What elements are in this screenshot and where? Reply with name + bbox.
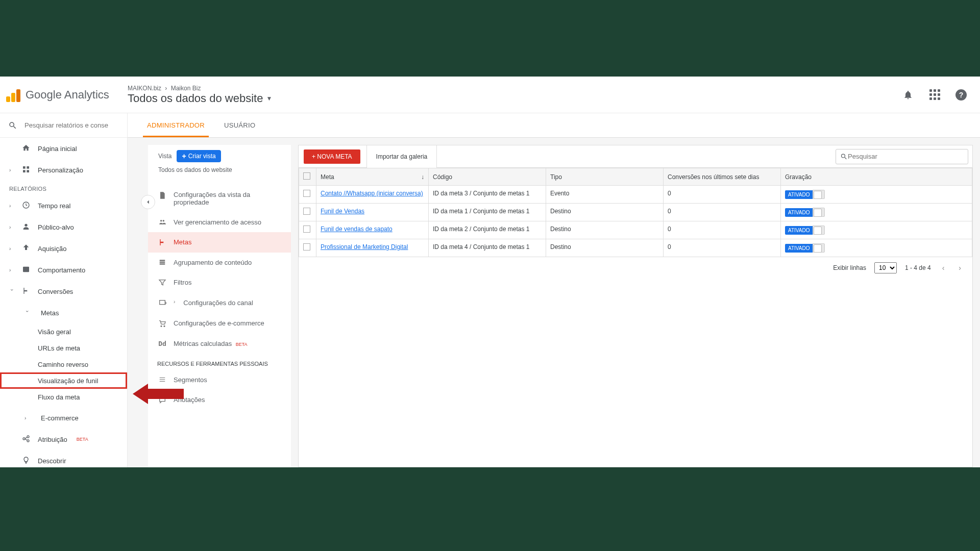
- product-name: Google Analytics: [26, 88, 109, 102]
- nav-goals-reverse[interactable]: Caminho reverso: [0, 356, 127, 372]
- admin-filters[interactable]: Filtros: [148, 272, 291, 293]
- goal-toggle[interactable]: ATIVADO: [785, 208, 825, 217]
- attribution-icon: [21, 435, 31, 444]
- nav-goals-urls[interactable]: URLs de meta: [0, 340, 127, 356]
- goal-type: Evento: [546, 186, 664, 204]
- nav-customization[interactable]: › Personalização: [0, 159, 127, 181]
- svg-point-9: [27, 440, 29, 442]
- table-row: Contato //Whatsapp (iniciar conversa)ID …: [299, 186, 972, 204]
- select-all-checkbox[interactable]: [303, 172, 310, 180]
- customization-icon: [21, 165, 31, 175]
- nav-ecommerce-group[interactable]: › E-commerce: [0, 407, 127, 429]
- pager-prev[interactable]: ‹: [939, 264, 948, 272]
- dd-icon: Dd: [158, 340, 166, 347]
- nav-goals-funnel[interactable]: Visualização de funil: [0, 372, 127, 389]
- nav-goals-flow[interactable]: Fluxo da meta: [0, 389, 127, 405]
- admin-annotations[interactable]: Anotações: [148, 390, 291, 410]
- flag-icon: [21, 287, 31, 296]
- funnel-icon: [157, 279, 167, 287]
- goals-panel: + NOVA META Importar da galeria Meta ↓ C…: [298, 145, 973, 467]
- table-pager: Exibir linhas 10 1 - 4 de 4 ‹ ›: [299, 257, 972, 279]
- cart-icon: [157, 319, 167, 328]
- goal-toggle[interactable]: ATIVADO: [785, 226, 825, 235]
- goal-code: ID da meta 2 / Conjunto de metas 1: [429, 221, 546, 239]
- goal-toggle[interactable]: ATIVADO: [785, 243, 825, 253]
- search-icon: [840, 153, 848, 161]
- breadcrumb[interactable]: MAIKON.biz › Maikon Biz: [128, 85, 902, 92]
- admin-column: Vista + Criar vista Todos os dados do we…: [148, 145, 291, 467]
- notifications-icon[interactable]: [902, 89, 914, 101]
- svg-point-7: [23, 438, 25, 440]
- goal-conv: 0: [664, 239, 781, 257]
- admin-section-personal: RECURSOS E FERRAMENTAS PESSOAIS: [148, 354, 291, 370]
- view-title[interactable]: Todos os dados do website ▼: [128, 92, 902, 105]
- admin-ecommerce-settings[interactable]: Configurações de e-commerce: [148, 313, 291, 334]
- goal-code: ID da meta 1 / Conjunto de metas 1: [429, 204, 546, 221]
- goal-link[interactable]: Funil de Vendas: [321, 208, 364, 215]
- goals-table: Meta ↓ Código Tipo Conversões nos último…: [299, 168, 972, 257]
- search-icon: [8, 121, 17, 130]
- row-checkbox[interactable]: [303, 208, 310, 215]
- goals-search-input[interactable]: [848, 153, 964, 160]
- svg-rect-12: [160, 300, 165, 305]
- nav-discover[interactable]: Descobrir: [0, 450, 127, 467]
- analytics-logo: [6, 88, 20, 102]
- admin-calc-metrics[interactable]: Dd Métricas calculadas BETA: [148, 334, 291, 354]
- breadcrumb-account[interactable]: MAIKON.biz: [128, 85, 161, 92]
- svg-point-11: [163, 220, 165, 222]
- content-area: ADMINISTRADOR USUÁRIO Vista + Criar vist…: [128, 113, 980, 467]
- row-checkbox[interactable]: [303, 226, 310, 233]
- tab-user[interactable]: USUÁRIO: [224, 113, 255, 137]
- row-checkbox[interactable]: [303, 190, 310, 197]
- tab-admin[interactable]: ADMINISTRADOR: [147, 113, 205, 137]
- collapse-button[interactable]: [141, 195, 155, 209]
- goal-toggle[interactable]: ATIVADO: [785, 190, 825, 199]
- pager-range: 1 - 4 de 4: [905, 264, 931, 271]
- vista-subtitle: Todos os dados do website: [148, 166, 291, 179]
- document-icon: [157, 191, 167, 200]
- admin-segments[interactable]: Segmentos: [148, 370, 291, 390]
- breadcrumb-property[interactable]: Maikon Biz: [171, 85, 201, 92]
- help-icon[interactable]: ?: [955, 89, 967, 101]
- grouping-icon: [157, 259, 167, 266]
- goal-code: ID da meta 3 / Conjunto de metas 1: [429, 186, 546, 204]
- nav-attribution[interactable]: Atribuição BETA: [0, 429, 127, 450]
- nav-audience[interactable]: › Público-alvo: [0, 216, 127, 238]
- svg-rect-1: [27, 166, 29, 169]
- nav-behavior[interactable]: › Comportamento: [0, 259, 127, 281]
- goal-code: ID da meta 4 / Conjunto de metas 1: [429, 239, 546, 257]
- segments-icon: [157, 376, 167, 383]
- create-view-button[interactable]: + Criar vista: [177, 150, 220, 162]
- admin-goals[interactable]: Metas: [148, 232, 291, 253]
- goal-link[interactable]: Contato //Whatsapp (iniciar conversa): [321, 190, 423, 197]
- nav-goals-overview[interactable]: Visão geral: [0, 323, 127, 340]
- goal-link[interactable]: Profissional de Marketing Digital: [321, 243, 408, 251]
- apps-icon[interactable]: [929, 89, 940, 101]
- new-goal-button[interactable]: + NOVA META: [304, 149, 360, 164]
- comment-icon: [157, 396, 167, 404]
- nav-acquisition[interactable]: › Aquisição: [0, 238, 127, 259]
- goal-type: Destino: [546, 239, 664, 257]
- nav-goals-group[interactable]: › Metas: [0, 302, 127, 323]
- admin-content-grouping[interactable]: Agrupamento de conteúdo: [148, 253, 291, 272]
- admin-access-mgmt[interactable]: Ver gerenciamento de acesso: [148, 212, 291, 232]
- pager-next[interactable]: ›: [955, 264, 964, 272]
- nav-section-reports: RELATÓRIOS: [0, 181, 127, 195]
- svg-point-5: [24, 223, 27, 226]
- search-input[interactable]: [24, 121, 111, 129]
- row-checkbox[interactable]: [303, 243, 310, 251]
- person-icon: [21, 222, 31, 232]
- caret-down-icon: ▼: [266, 95, 272, 102]
- clock-icon: [21, 201, 31, 211]
- nav-conversions[interactable]: › Conversões: [0, 281, 127, 302]
- goals-search[interactable]: [836, 149, 968, 164]
- nav-home[interactable]: Página inicial: [0, 138, 127, 159]
- goal-type: Destino: [546, 221, 664, 239]
- admin-channel-settings[interactable]: › Configurações do canal: [148, 293, 291, 313]
- rows-per-page-select[interactable]: 10: [874, 262, 897, 273]
- goal-link[interactable]: Funil de vendas de sapato: [321, 226, 393, 233]
- svg-rect-6: [23, 266, 29, 272]
- import-gallery-button[interactable]: Importar da galeria: [366, 145, 437, 168]
- nav-realtime[interactable]: › Tempo real: [0, 195, 127, 216]
- admin-view-settings[interactable]: Configurações da vista da propriedade: [148, 185, 291, 212]
